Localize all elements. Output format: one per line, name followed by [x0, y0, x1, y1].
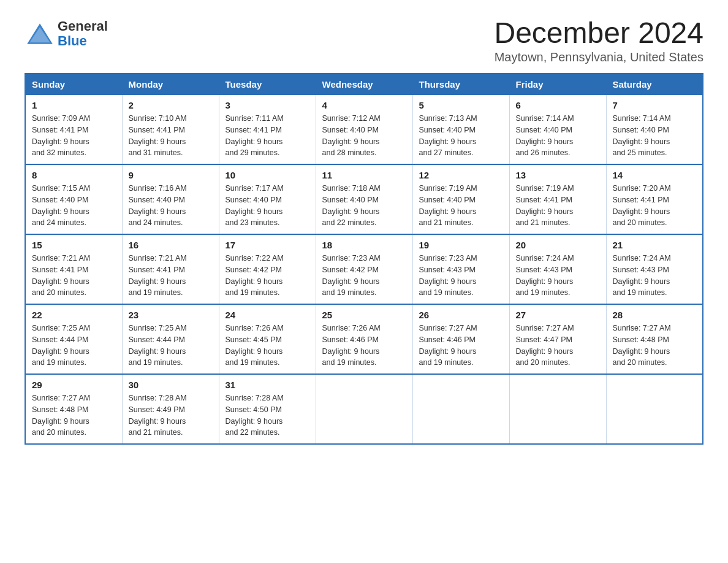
- daylight-minutes: and 22 minutes.: [322, 218, 377, 227]
- daylight-minutes: and 28 minutes.: [322, 148, 377, 157]
- logo: General Blue: [25, 18, 108, 49]
- sunrise-label: Sunrise: 7:21 AM: [129, 254, 187, 262]
- sunrise-label: Sunrise: 7:23 AM: [322, 254, 381, 262]
- day-number: 8: [32, 170, 116, 180]
- calendar-cell: 2 Sunrise: 7:10 AM Sunset: 4:41 PM Dayli…: [122, 95, 219, 165]
- sunset-label: Sunset: 4:40 PM: [419, 196, 476, 204]
- sunrise-label: Sunrise: 7:19 AM: [516, 184, 574, 193]
- day-number: 10: [226, 170, 309, 180]
- daylight-label: Daylight: 9 hours: [419, 137, 477, 146]
- calendar-cell: 19 Sunrise: 7:23 AM Sunset: 4:43 PM Dayl…: [412, 234, 509, 304]
- sunset-label: Sunset: 4:40 PM: [613, 126, 669, 134]
- title-area: December 2024 Maytown, Pennsylvania, Uni…: [494, 18, 703, 64]
- day-info: Sunrise: 7:27 AM Sunset: 4:46 PM Dayligh…: [419, 323, 503, 369]
- col-header-sunday: Sunday: [25, 74, 122, 95]
- daylight-label: Daylight: 9 hours: [516, 137, 574, 146]
- day-number: 13: [516, 170, 600, 180]
- col-header-thursday: Thursday: [412, 74, 509, 95]
- day-info: Sunrise: 7:17 AM Sunset: 4:40 PM Dayligh…: [226, 183, 309, 229]
- sunrise-label: Sunrise: 7:28 AM: [129, 394, 187, 402]
- col-header-monday: Monday: [122, 74, 219, 95]
- sunset-label: Sunset: 4:40 PM: [32, 196, 88, 204]
- day-number: 22: [32, 310, 116, 320]
- sunset-label: Sunset: 4:41 PM: [613, 196, 669, 204]
- daylight-minutes: and 23 minutes.: [226, 218, 280, 227]
- sunrise-label: Sunrise: 7:20 AM: [613, 184, 671, 193]
- sunset-label: Sunset: 4:48 PM: [613, 335, 669, 344]
- day-number: 30: [129, 380, 213, 390]
- calendar-cell: 23 Sunrise: 7:25 AM Sunset: 4:44 PM Dayl…: [122, 304, 219, 374]
- day-number: 20: [516, 240, 600, 250]
- sunset-label: Sunset: 4:49 PM: [129, 405, 185, 414]
- calendar-cell: 17 Sunrise: 7:22 AM Sunset: 4:42 PM Dayl…: [219, 234, 316, 304]
- calendar-cell: 18 Sunrise: 7:23 AM Sunset: 4:42 PM Dayl…: [316, 234, 412, 304]
- calendar-cell: 27 Sunrise: 7:27 AM Sunset: 4:47 PM Dayl…: [509, 304, 606, 374]
- col-header-tuesday: Tuesday: [219, 74, 316, 95]
- calendar-cell: 8 Sunrise: 7:15 AM Sunset: 4:40 PM Dayli…: [25, 164, 122, 234]
- day-info: Sunrise: 7:13 AM Sunset: 4:40 PM Dayligh…: [419, 113, 503, 159]
- calendar-cell: [316, 374, 412, 444]
- sunset-label: Sunset: 4:40 PM: [226, 196, 282, 204]
- day-info: Sunrise: 7:28 AM Sunset: 4:50 PM Dayligh…: [226, 393, 309, 439]
- month-title: December 2024: [494, 18, 703, 48]
- daylight-minutes: and 21 minutes.: [516, 218, 571, 227]
- daylight-label: Daylight: 9 hours: [516, 347, 574, 356]
- daylight-minutes: and 19 minutes.: [129, 288, 183, 297]
- sunrise-label: Sunrise: 7:23 AM: [419, 254, 477, 262]
- day-info: Sunrise: 7:25 AM Sunset: 4:44 PM Dayligh…: [32, 323, 116, 369]
- sunset-label: Sunset: 4:46 PM: [322, 335, 379, 344]
- sunset-label: Sunset: 4:45 PM: [226, 335, 282, 344]
- svg-marker-1: [29, 27, 50, 42]
- calendar-cell: 22 Sunrise: 7:25 AM Sunset: 4:44 PM Dayl…: [25, 304, 122, 374]
- sunrise-label: Sunrise: 7:14 AM: [613, 114, 671, 123]
- page-header: General Blue December 2024 Maytown, Penn…: [25, 18, 703, 64]
- sunrise-label: Sunrise: 7:26 AM: [322, 324, 381, 332]
- day-info: Sunrise: 7:14 AM Sunset: 4:40 PM Dayligh…: [613, 113, 697, 159]
- day-info: Sunrise: 7:12 AM Sunset: 4:40 PM Dayligh…: [322, 113, 406, 159]
- day-number: 29: [32, 380, 116, 390]
- sunrise-label: Sunrise: 7:27 AM: [613, 324, 671, 332]
- calendar-cell: 11 Sunrise: 7:18 AM Sunset: 4:40 PM Dayl…: [316, 164, 412, 234]
- col-header-saturday: Saturday: [606, 74, 703, 95]
- daylight-label: Daylight: 9 hours: [613, 137, 670, 146]
- daylight-minutes: and 20 minutes.: [32, 288, 86, 297]
- calendar-header-row: SundayMondayTuesdayWednesdayThursdayFrid…: [25, 74, 703, 95]
- daylight-label: Daylight: 9 hours: [613, 277, 670, 286]
- day-info: Sunrise: 7:14 AM Sunset: 4:40 PM Dayligh…: [516, 113, 600, 159]
- daylight-minutes: and 27 minutes.: [419, 148, 474, 157]
- day-info: Sunrise: 7:22 AM Sunset: 4:42 PM Dayligh…: [226, 253, 309, 299]
- day-info: Sunrise: 7:23 AM Sunset: 4:43 PM Dayligh…: [419, 253, 503, 299]
- daylight-minutes: and 19 minutes.: [322, 288, 377, 297]
- col-header-friday: Friday: [509, 74, 606, 95]
- calendar-cell: [606, 374, 703, 444]
- daylight-label: Daylight: 9 hours: [226, 207, 283, 216]
- daylight-minutes: and 25 minutes.: [613, 148, 667, 157]
- day-info: Sunrise: 7:15 AM Sunset: 4:40 PM Dayligh…: [32, 183, 116, 229]
- daylight-label: Daylight: 9 hours: [32, 207, 89, 216]
- daylight-minutes: and 19 minutes.: [419, 358, 474, 367]
- day-number: 27: [516, 310, 600, 320]
- day-info: Sunrise: 7:09 AM Sunset: 4:41 PM Dayligh…: [32, 113, 116, 159]
- day-info: Sunrise: 7:18 AM Sunset: 4:40 PM Dayligh…: [322, 183, 406, 229]
- daylight-label: Daylight: 9 hours: [613, 347, 670, 356]
- day-info: Sunrise: 7:19 AM Sunset: 4:41 PM Dayligh…: [516, 183, 600, 229]
- daylight-label: Daylight: 9 hours: [419, 277, 477, 286]
- day-number: 3: [226, 100, 309, 110]
- daylight-label: Daylight: 9 hours: [322, 207, 380, 216]
- sunset-label: Sunset: 4:50 PM: [226, 405, 282, 414]
- day-number: 12: [419, 170, 503, 180]
- daylight-label: Daylight: 9 hours: [129, 137, 186, 146]
- daylight-minutes: and 19 minutes.: [322, 358, 377, 367]
- day-number: 16: [129, 240, 213, 250]
- day-info: Sunrise: 7:28 AM Sunset: 4:49 PM Dayligh…: [129, 393, 213, 439]
- daylight-label: Daylight: 9 hours: [226, 277, 283, 286]
- calendar-cell: 6 Sunrise: 7:14 AM Sunset: 4:40 PM Dayli…: [509, 95, 606, 165]
- sunrise-label: Sunrise: 7:25 AM: [129, 324, 187, 332]
- daylight-label: Daylight: 9 hours: [32, 417, 89, 426]
- day-number: 21: [613, 240, 697, 250]
- sunrise-label: Sunrise: 7:12 AM: [322, 114, 381, 123]
- sunset-label: Sunset: 4:40 PM: [129, 196, 185, 204]
- daylight-minutes: and 20 minutes.: [613, 218, 667, 227]
- day-number: 31: [226, 380, 309, 390]
- sunset-label: Sunset: 4:40 PM: [322, 126, 379, 134]
